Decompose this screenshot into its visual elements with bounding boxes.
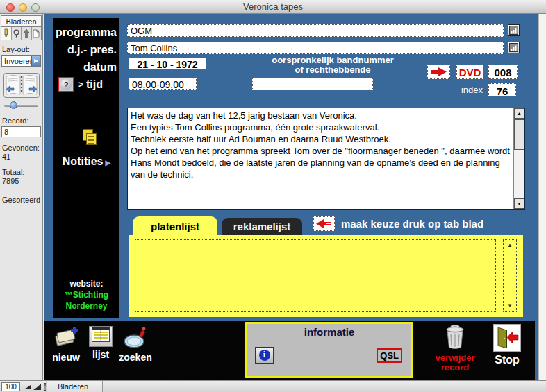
platenlijst-list[interactable] <box>135 239 496 312</box>
mode-header: Bladeren <box>1 15 42 27</box>
red-arrow-left-icon <box>315 219 333 229</box>
delete-label-line2: record <box>426 363 484 373</box>
index-field[interactable]: 76 <box>488 83 516 96</box>
exit-door-icon <box>493 324 521 352</box>
delete-label-line1: verwijder <box>426 353 484 363</box>
notities-arrow-icon: ▶ <box>105 159 110 167</box>
app-window: Veronica tapes Bladeren <box>0 0 546 392</box>
tab-hint-text: maak keuze druk op tab blad <box>341 218 483 230</box>
scroll-down-icon[interactable]: ▼ <box>504 302 516 309</box>
record-book-navigator[interactable] <box>3 72 40 99</box>
tijd-field[interactable]: 08.00-09.00 <box>129 78 197 90</box>
website-link-line2[interactable]: Norderney <box>53 301 119 311</box>
go-button[interactable] <box>427 65 450 79</box>
lijst-button[interactable]: lijst <box>84 326 117 360</box>
search-magnifier-icon <box>120 326 151 350</box>
bottom-statusbar: 100 Bladeren <box>0 380 546 392</box>
preview-mode-button[interactable] <box>32 27 42 40</box>
browse-mode-button[interactable] <box>1 27 12 40</box>
nieuw-label: nieuw <box>52 352 80 363</box>
window-right-strip <box>538 14 546 380</box>
notes-text[interactable]: Het was de dag van het 12,5 jarig bestaa… <box>128 108 513 209</box>
info-button[interactable]: i <box>255 347 274 364</box>
tab-reklamelijst[interactable]: reklamelijst <box>222 218 302 235</box>
record-label: Record: <box>2 117 42 125</box>
tijd-label-row: ? > tijd <box>58 76 117 93</box>
datum-field[interactable]: 21 - 10 - 1972 <box>129 58 206 69</box>
lijst-label: lijst <box>92 349 109 360</box>
bar-chart-icon <box>509 26 518 35</box>
stop-label: Stop <box>487 354 527 366</box>
find-mode-button[interactable] <box>12 27 22 40</box>
layout-label: Lay-out: <box>2 45 42 53</box>
field-label-panel: programma d.j.- pres. datum ? > tijd Not… <box>53 18 119 318</box>
programma-field[interactable]: OGM <box>127 24 504 37</box>
dvd-number-field[interactable]: 008 <box>488 65 518 79</box>
help-button[interactable]: ? <box>58 77 74 92</box>
layout-popup[interactable]: Invoeren ▶ <box>1 55 41 67</box>
slider-knob-icon[interactable] <box>10 101 17 109</box>
dj-index-button[interactable] <box>508 42 520 53</box>
notes-field[interactable]: Het was de dag van het 12,5 jarig bestaa… <box>127 108 525 210</box>
website-link-line1[interactable]: ™Stichting <box>53 290 119 300</box>
zoom-level-box[interactable]: 100 <box>1 382 20 391</box>
tijd-label: tijd <box>86 78 103 91</box>
total-stat: Totaal: 7895 <box>2 168 42 186</box>
informatie-title: informatie <box>247 326 411 338</box>
pen-icon <box>3 28 9 38</box>
notities-label: Notities <box>63 155 104 167</box>
page-icon <box>33 29 40 38</box>
band-label-line2: of rechthebbende <box>238 65 427 75</box>
notes-scrollbar[interactable]: ▲ ▼ <box>513 108 524 209</box>
informatie-panel: informatie i QSL <box>245 322 413 378</box>
window-title: Veronica tapes <box>0 1 546 12</box>
platenlijst-scrollbar[interactable]: ▲ ▼ <box>503 239 517 312</box>
found-stat: Gevonden: 41 <box>2 144 42 162</box>
stop-button[interactable]: Stop <box>487 324 527 366</box>
website-label: website: <box>53 279 119 289</box>
note-front-icon <box>86 133 97 145</box>
red-arrow-right-icon <box>429 67 448 77</box>
total-value: 7895 <box>2 177 42 186</box>
record-slider[interactable] <box>4 101 38 110</box>
total-label: Totaal: <box>2 168 42 177</box>
tab-platenlijst[interactable]: platenlijst <box>133 216 217 235</box>
programma-index-button[interactable] <box>508 24 520 36</box>
datum-label: datum <box>83 61 117 74</box>
dj-pres-field[interactable]: Tom Collins <box>127 42 504 54</box>
arrow-up-icon <box>23 29 30 38</box>
band-field[interactable] <box>252 78 373 90</box>
layout-popup-value: Invoeren <box>2 56 31 66</box>
tijd-gt: > <box>78 80 83 90</box>
magnifier-icon <box>13 29 20 38</box>
question-icon: ? <box>60 79 72 90</box>
band-label-line1: oorspronkelijk bandnummer <box>238 56 427 65</box>
bar-chart-icon <box>509 43 518 52</box>
qsl-button[interactable]: QSL <box>377 348 402 363</box>
mode-indicator[interactable]: Bladeren <box>46 381 103 392</box>
tab-hint-arrow-box <box>313 216 335 231</box>
delete-record-button[interactable]: verwijder record <box>426 324 484 373</box>
trash-icon <box>443 324 467 349</box>
sorted-status: Gesorteerd <box>2 196 42 205</box>
notes-icon[interactable] <box>81 129 99 148</box>
popup-arrow-icon: ▶ <box>31 56 40 66</box>
zoeken-label: zoeken <box>119 352 151 363</box>
zoom-in-icon[interactable] <box>33 383 42 391</box>
scroll-down-icon[interactable]: ▼ <box>514 198 524 209</box>
titlebar: Veronica tapes <box>0 0 546 14</box>
zoom-out-icon[interactable] <box>23 383 31 390</box>
info-icon: i <box>259 350 270 361</box>
index-label: index <box>458 85 483 95</box>
record-number-input[interactable]: 8 <box>1 126 41 137</box>
platenlijst-panel: ▲ ▼ <box>129 235 523 317</box>
scroll-up-icon[interactable]: ▲ <box>504 242 516 248</box>
nieuw-button[interactable]: nieuw <box>49 326 83 363</box>
dj-pres-label: d.j.- pres. <box>67 44 117 56</box>
scroll-thumb[interactable] <box>514 119 524 150</box>
band-label: oorspronkelijk bandnummer of rechthebben… <box>238 56 427 75</box>
scroll-up-icon[interactable]: ▲ <box>514 108 524 119</box>
notities-button[interactable]: Notities▶ <box>53 155 119 168</box>
zoeken-button[interactable]: zoeken <box>119 326 152 363</box>
layout-mode-button[interactable] <box>22 27 32 40</box>
